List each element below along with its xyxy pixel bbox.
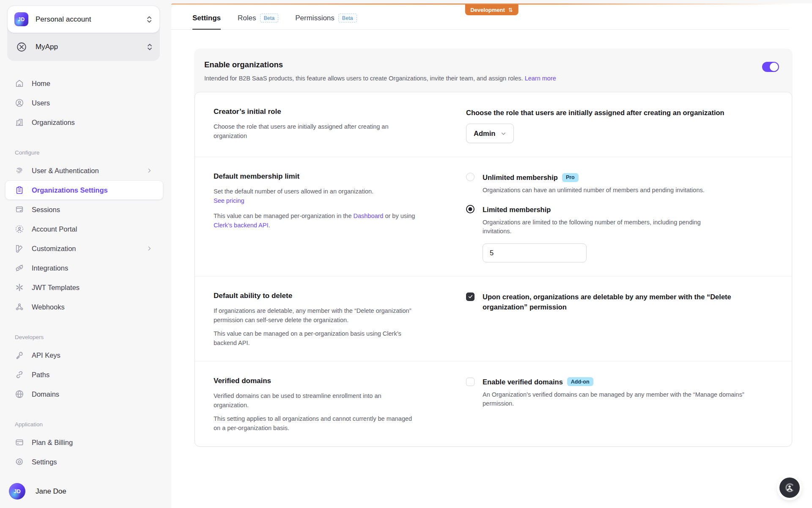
checkbox-label: Upon creation, organizations are deletab…	[483, 292, 773, 312]
sidebar-item-label: Paths	[32, 371, 49, 379]
user-menu[interactable]: JD Jane Doe	[9, 483, 66, 500]
choice-label: Enable verified domains	[483, 377, 563, 387]
chevron-right-icon	[146, 168, 152, 174]
verified-domains-checkbox[interactable]	[466, 378, 475, 386]
sidebar-item-label: Domains	[32, 390, 59, 398]
account-switcher[interactable]: JD Personal account	[7, 6, 160, 33]
row-left: Default membership limit Set the default…	[214, 172, 417, 262]
environment-badge-label: Development	[470, 7, 505, 13]
dashboard-link[interactable]: Dashboard	[353, 213, 383, 219]
sidebar-section-application: Application	[0, 416, 171, 433]
unlimited-membership-radio[interactable]	[466, 173, 475, 181]
see-pricing-link[interactable]: See pricing	[214, 197, 244, 204]
check-icon	[468, 294, 473, 299]
pro-badge: Pro	[562, 173, 579, 182]
account-label: Personal account	[36, 15, 139, 24]
cog-icon	[15, 283, 24, 292]
tab-settings[interactable]: Settings	[192, 14, 221, 29]
row-description: Choose the role that users are initially…	[214, 122, 417, 141]
sidebar-item-integrations[interactable]: Integrations	[0, 258, 163, 278]
plug-icon	[15, 263, 24, 273]
sidebar-section-developers: Developers	[0, 329, 171, 345]
limited-membership-radio[interactable]	[466, 205, 475, 213]
deletable-checkbox[interactable]	[466, 293, 475, 301]
building-icon	[15, 118, 24, 127]
sidebar-nav: Home Users Organizations Configure User …	[0, 61, 171, 472]
role-select-label: Choose the role that users are initially…	[466, 108, 773, 118]
sidebar-item-label: Customization	[32, 245, 76, 253]
clerk-help-button[interactable]	[779, 478, 800, 498]
environment-badge[interactable]: Development ⇅	[465, 4, 518, 15]
row-title: Default membership limit	[214, 172, 417, 181]
sidebar-item-sessions[interactable]: Sessions	[0, 200, 163, 219]
app-switcher[interactable]: MyApp	[7, 33, 160, 61]
row-right: Unlimited membership Pro Organizations c…	[466, 172, 773, 262]
tab-label: Permissions	[295, 14, 335, 22]
row-description: Verified domains can be used to streamli…	[214, 391, 417, 410]
account-portal-icon	[15, 224, 24, 234]
sidebar-item-paths[interactable]: Paths	[0, 365, 163, 384]
row-managed-note: This value can be managed on a per-organ…	[214, 329, 417, 348]
sidebar-item-customization[interactable]: Customization	[0, 239, 163, 258]
user-name: Jane Doe	[36, 487, 66, 496]
learn-more-link[interactable]: Learn more	[525, 75, 556, 82]
users-icon	[15, 98, 24, 108]
chevron-down-icon	[500, 130, 507, 137]
enable-organizations-toggle[interactable]	[762, 62, 779, 72]
sidebar-item-settings[interactable]: Settings	[0, 452, 163, 472]
sidebar-item-label: Account Portal	[32, 225, 77, 233]
clerk-logo-icon	[784, 482, 795, 493]
sidebar-item-organizations[interactable]: Organizations	[0, 113, 163, 132]
row-right: Enable verified domains Add-on An Organi…	[466, 377, 773, 433]
account-avatar: JD	[14, 12, 28, 26]
sidebar-item-user-authentication[interactable]: User & Authentication	[0, 161, 163, 180]
panel-description: Intended for B2B SaaS products, this fea…	[204, 74, 750, 83]
selected-role: Admin	[474, 130, 495, 138]
sidebar-item-webhooks[interactable]: Webhooks	[0, 297, 163, 317]
row-right: Upon creation, organizations are deletab…	[466, 292, 773, 348]
membership-limit-input[interactable]	[483, 243, 587, 262]
sidebar-item-plan-billing[interactable]: Plan & Billing	[0, 433, 163, 452]
credit-card-icon	[15, 438, 24, 447]
choice-description: Organizations can have an unlimited numb…	[483, 186, 705, 195]
sidebar-item-domains[interactable]: Domains	[0, 384, 163, 404]
limited-membership-option: Limited membership Organizations are lim…	[466, 204, 773, 262]
sidebar-item-label: API Keys	[32, 351, 60, 359]
row-description-text: Set the default number of users allowed …	[214, 188, 373, 195]
initial-role-select[interactable]: Admin	[466, 124, 514, 143]
row-managed-note: This value can be managed per-organizati…	[214, 211, 417, 230]
home-icon	[15, 79, 24, 88]
verified-domains-option: Enable verified domains Add-on An Organi…	[466, 377, 773, 409]
sidebar-item-home[interactable]: Home	[0, 74, 163, 93]
row-left: Default ability to delete If organizatio…	[214, 292, 417, 348]
backend-api-link[interactable]: Clerk’s backend API	[214, 222, 269, 229]
sidebar-section-configure: Configure	[0, 144, 171, 161]
sidebar-item-label: Integrations	[32, 264, 68, 272]
key-icon	[15, 351, 24, 360]
tab-label: Roles	[238, 14, 256, 22]
chevron-right-icon	[146, 246, 152, 251]
deletable-option: Upon creation, organizations are deletab…	[466, 292, 773, 312]
sidebar-item-account-portal[interactable]: Account Portal	[0, 219, 163, 239]
row-title: Verified domains	[214, 377, 417, 385]
choice-label: Unlimited membership	[483, 172, 558, 182]
fingerprint-icon	[15, 166, 24, 175]
row-managed-note: This setting applies to all organization…	[214, 414, 417, 433]
choice-head: Enable verified domains Add-on	[483, 377, 764, 387]
enable-organizations-panel: Enable organizations Intended for B2B Sa…	[194, 49, 793, 447]
sidebar-item-label: User & Authentication	[32, 167, 99, 175]
sidebar-item-api-keys[interactable]: API Keys	[0, 345, 163, 365]
sidebar-item-label: JWT Templates	[32, 284, 80, 292]
arrows-updown-icon: ⇅	[508, 7, 513, 13]
toggle-knob	[770, 63, 778, 71]
tab-permissions[interactable]: Permissions Beta	[295, 14, 357, 29]
beta-badge: Beta	[260, 14, 279, 22]
sidebar-item-jwt-templates[interactable]: JWT Templates	[0, 278, 163, 297]
row-creators-initial-role: Creator’s initial role Choose the role t…	[195, 92, 792, 157]
sidebar-item-users[interactable]: Users	[0, 93, 163, 113]
sidebar-item-organizations-settings[interactable]: Organizations Settings	[5, 180, 163, 200]
panel-header: Enable organizations Intended for B2B Sa…	[194, 49, 793, 92]
choice-body: Limited membership Organizations are lim…	[483, 204, 713, 262]
tab-roles[interactable]: Roles Beta	[238, 14, 278, 29]
app-name: MyApp	[36, 43, 138, 51]
